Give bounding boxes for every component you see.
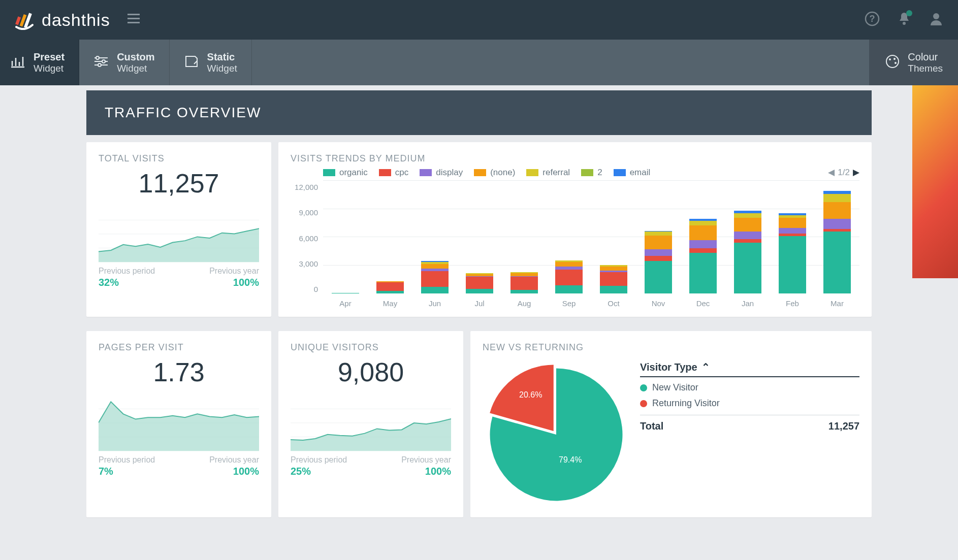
preset-widget-button[interactable]: PresetWidget (0, 40, 79, 85)
static-sub: Widget (207, 63, 237, 74)
logo-icon (14, 10, 35, 30)
legend-item[interactable]: display (420, 168, 463, 178)
legend-swatch (526, 169, 538, 176)
topbar: dashthis ? (0, 0, 958, 40)
themes-title: Colour (908, 51, 943, 63)
total-visits-value: 11,257 (99, 168, 259, 199)
pager-text: 1/2 (838, 168, 850, 178)
menu-icon[interactable] (127, 14, 140, 26)
prev-period-label: Previous period (99, 455, 155, 465)
legend-label: email (630, 168, 651, 178)
toolbar: PresetWidget CustomWidget StaticWidget C… (0, 40, 958, 85)
bar-column (555, 260, 583, 293)
prev-year-value: 100% (209, 466, 259, 477)
legend-swatch (581, 169, 593, 176)
bar-column (645, 231, 672, 294)
pie-new-label: 79.4% (559, 455, 582, 465)
note-icon (184, 55, 199, 70)
legend-swatch (379, 169, 391, 176)
bell-icon[interactable] (897, 11, 911, 28)
uv-title: UNIQUE VISITORS (291, 342, 451, 353)
bar-column (779, 213, 806, 293)
static-title: Static (207, 51, 237, 63)
legend-pager: ◀ 1/2 ▶ (828, 167, 859, 178)
bar-column (510, 272, 538, 293)
prev-year-label: Previous year (209, 267, 259, 276)
pie-returning-label: 20.6% (519, 390, 542, 400)
prev-period-value: 32% (99, 277, 155, 288)
legend-item[interactable]: referral (526, 168, 570, 178)
visits-trends-chart: 12,0009,0006,0003,0000 AprMayJunJulAugSe… (291, 181, 859, 308)
legend-label: (none) (490, 168, 515, 178)
svg-text:?: ? (870, 14, 875, 24)
pager-next-icon[interactable]: ▶ (853, 167, 859, 178)
svg-point-15 (893, 58, 896, 60)
svg-point-11 (102, 60, 105, 63)
legend-label: display (436, 168, 463, 178)
bar-column (466, 273, 493, 293)
total-visits-card: TOTAL VISITS 11,257 Previous period32% P… (86, 142, 271, 317)
themes-sub: Themes (908, 63, 943, 74)
visits-trends-legend: organiccpcdisplay(none)referral2email ◀ … (323, 167, 859, 178)
legend-swatch (420, 169, 432, 176)
legend-item[interactable]: organic (323, 168, 368, 178)
legend-swatch (614, 169, 626, 176)
custom-sub: Widget (117, 63, 154, 74)
prev-year-value: 100% (209, 277, 259, 288)
legend-swatch (323, 169, 335, 176)
legend-item[interactable]: (none) (474, 168, 515, 178)
ppv-sparkline (99, 390, 259, 451)
svg-rect-5 (127, 22, 140, 23)
chevron-up-icon: ⌃ (701, 361, 710, 373)
visitor-type-toggle[interactable]: Visitor Type⌃ (640, 361, 859, 377)
new-vs-returning-card: NEW VS RETURNING 20.6% 79.4% Visitor Typ… (470, 331, 872, 517)
svg-point-8 (903, 22, 906, 25)
bar-column (332, 293, 359, 293)
visits-trends-card: VISITS TRENDS BY MEDIUM organiccpcdispla… (278, 142, 872, 317)
legend-dot (640, 384, 647, 391)
prev-period-label: Previous period (99, 267, 155, 276)
nvr-pie-chart: 20.6% 79.4% (483, 361, 630, 508)
help-icon[interactable]: ? (865, 11, 880, 28)
bar-column (823, 191, 851, 293)
palette-icon (884, 54, 901, 71)
legend-item[interactable]: email (614, 168, 651, 178)
bar-column (376, 281, 404, 293)
custom-widget-button[interactable]: CustomWidget (79, 40, 169, 85)
visitor-type-label: Visitor Type (640, 361, 697, 373)
section-title: TRAFFIC OVERVIEW (86, 90, 872, 135)
visitor-type-item[interactable]: Returning Visitor (640, 398, 859, 409)
prev-period-value: 25% (291, 466, 347, 477)
notification-dot (906, 10, 912, 16)
svg-rect-0 (15, 16, 21, 25)
user-icon[interactable] (929, 11, 944, 28)
total-visits-title: TOTAL VISITS (99, 153, 259, 164)
svg-point-14 (889, 58, 891, 60)
bar-column (421, 261, 449, 293)
preset-sub: Widget (34, 63, 65, 74)
colour-themes-button[interactable]: ColourThemes (869, 40, 958, 85)
total-label: Total (640, 420, 663, 432)
svg-point-9 (933, 13, 939, 19)
brand-logo[interactable]: dashthis (14, 10, 110, 30)
svg-point-16 (895, 62, 897, 64)
total-value: 11,257 (828, 420, 859, 432)
prev-period-label: Previous period (291, 455, 347, 465)
prev-year-value: 100% (401, 466, 451, 477)
visitor-type-item[interactable]: New Visitor (640, 382, 859, 393)
svg-point-10 (96, 56, 99, 59)
bar-column (689, 219, 717, 293)
legend-label: cpc (395, 168, 408, 178)
legend-item[interactable]: cpc (379, 168, 408, 178)
legend-item[interactable]: 2 (581, 168, 602, 178)
uv-sparkline (291, 390, 451, 451)
pager-prev-icon[interactable]: ◀ (828, 167, 835, 178)
prev-year-label: Previous year (401, 455, 451, 465)
static-widget-button[interactable]: StaticWidget (170, 40, 252, 85)
legend-label: 2 (597, 168, 602, 178)
svg-point-12 (98, 63, 101, 67)
legend-swatch (474, 169, 486, 176)
visits-trends-title: VISITS TRENDS BY MEDIUM (291, 153, 859, 164)
legend-dot (640, 400, 647, 407)
preset-title: Preset (34, 51, 65, 63)
